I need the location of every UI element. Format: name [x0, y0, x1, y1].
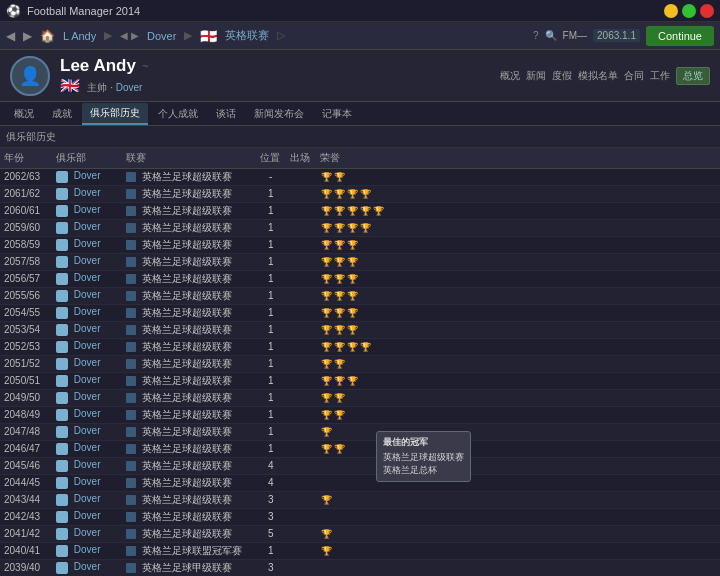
league-cell[interactable]: 英格兰足球超级联赛 [122, 508, 256, 525]
league-cell[interactable]: 英格兰足球超级联赛 [122, 219, 256, 236]
league-cell[interactable]: 英格兰足球超级联赛 [122, 423, 256, 440]
help-icon[interactable]: ? [533, 30, 539, 41]
club-name-link[interactable]: Dover [74, 425, 101, 436]
club-name-link[interactable]: Dover [74, 255, 101, 266]
club-cell[interactable]: Dover [52, 525, 122, 542]
club-name-link[interactable]: Dover [74, 374, 101, 385]
club-cell[interactable]: Dover [52, 287, 122, 304]
club-cell[interactable]: Dover [52, 185, 122, 202]
league-cell[interactable]: 英格兰足球超级联赛 [122, 287, 256, 304]
club-name-link[interactable]: Dover [74, 323, 101, 334]
back-button[interactable]: ◀ [6, 29, 15, 43]
club-cell[interactable]: Dover [52, 270, 122, 287]
league-cell[interactable]: 英格兰足球超级联赛 [122, 372, 256, 389]
league-cell[interactable]: 英格兰足球超级联赛 [122, 457, 256, 474]
league-cell[interactable]: 英格兰足球超级联赛 [122, 321, 256, 338]
club-cell[interactable]: Dover [52, 457, 122, 474]
league-cell[interactable]: 英格兰足球超级联赛 [122, 270, 256, 287]
club-cell[interactable]: Dover [52, 559, 122, 576]
job-tab-link[interactable]: 工作 [650, 69, 670, 83]
club-cell[interactable]: Dover [52, 338, 122, 355]
club-name-link[interactable]: Dover [74, 408, 101, 419]
club-cell[interactable]: Dover [52, 304, 122, 321]
close-button[interactable] [700, 4, 714, 18]
club-name-link[interactable]: Dover [74, 442, 101, 453]
continue-button[interactable]: Continue [646, 26, 714, 46]
club-cell[interactable]: Dover [52, 372, 122, 389]
club-name-link[interactable]: Dover [74, 493, 101, 504]
club-cell[interactable]: Dover [52, 423, 122, 440]
tab-press[interactable]: 新闻发布会 [246, 104, 312, 124]
club-name-link[interactable]: Dover [74, 476, 101, 487]
nav-league-label[interactable]: 英格联赛 [225, 28, 269, 43]
league-cell[interactable]: 英格兰足球超级联赛 [122, 355, 256, 372]
profile-club[interactable]: Dover [116, 82, 143, 93]
tab-notes[interactable]: 记事本 [314, 104, 360, 124]
club-name-link[interactable]: Dover [74, 561, 101, 572]
club-cell[interactable]: Dover [52, 474, 122, 491]
club-name-link[interactable]: Dover [74, 459, 101, 470]
club-name-link[interactable]: Dover [74, 204, 101, 215]
club-name-link[interactable]: Dover [74, 340, 101, 351]
overview-tab-link[interactable]: 概况 [500, 69, 520, 83]
club-name-link[interactable]: Dover [74, 306, 101, 317]
club-name-link[interactable]: Dover [74, 544, 101, 555]
league-cell[interactable]: 英格兰足球超级联赛 [122, 168, 256, 185]
nav-home-icon[interactable]: 🏠 [40, 29, 55, 43]
tab-personal[interactable]: 个人成就 [150, 104, 206, 124]
nav-club-label[interactable]: Dover [147, 30, 176, 42]
holiday-tab-link[interactable]: 度假 [552, 69, 572, 83]
league-cell[interactable]: 英格兰足球超级联赛 [122, 304, 256, 321]
club-name-link[interactable]: Dover [74, 238, 101, 249]
tab-overview[interactable]: 概况 [6, 104, 42, 124]
club-cell[interactable]: Dover [52, 321, 122, 338]
club-cell[interactable]: Dover [52, 440, 122, 457]
content-area[interactable]: 年份 俱乐部 联赛 位置 出场 荣誉 2062/63 Dover 英格兰足球超级… [0, 148, 720, 576]
league-cell[interactable]: 英格兰足球联盟冠军赛 [122, 542, 256, 559]
league-cell[interactable]: 英格兰足球超级联赛 [122, 525, 256, 542]
club-name-link[interactable]: Dover [74, 357, 101, 368]
league-cell[interactable]: 英格兰足球超级联赛 [122, 389, 256, 406]
minimize-button[interactable] [664, 4, 678, 18]
league-cell[interactable]: 英格兰足球超级联赛 [122, 474, 256, 491]
shortlist-tab-link[interactable]: 模拟名单 [578, 69, 618, 83]
club-cell[interactable]: Dover [52, 168, 122, 185]
club-name-link[interactable]: Dover [74, 289, 101, 300]
search-icon[interactable]: 🔍 [545, 30, 557, 41]
club-name-link[interactable]: Dover [74, 170, 101, 181]
club-name-link[interactable]: Dover [74, 187, 101, 198]
club-cell[interactable]: Dover [52, 202, 122, 219]
club-name-link[interactable]: Dover [74, 510, 101, 521]
contract-tab-link[interactable]: 合同 [624, 69, 644, 83]
league-cell[interactable]: 英格兰足球超级联赛 [122, 236, 256, 253]
club-cell[interactable]: Dover [52, 542, 122, 559]
club-cell[interactable]: Dover [52, 236, 122, 253]
league-cell[interactable]: 英格兰足球超级联赛 [122, 338, 256, 355]
club-name-link[interactable]: Dover [74, 272, 101, 283]
maximize-button[interactable] [682, 4, 696, 18]
tab-club-history[interactable]: 俱乐部历史 [82, 103, 148, 125]
manage-button[interactable]: 总览 [676, 67, 710, 85]
league-cell[interactable]: 英格兰足球超级联赛 [122, 202, 256, 219]
club-cell[interactable]: Dover [52, 389, 122, 406]
tab-talks[interactable]: 谈话 [208, 104, 244, 124]
club-cell[interactable]: Dover [52, 406, 122, 423]
league-cell[interactable]: 英格兰足球超级联赛 [122, 253, 256, 270]
league-cell[interactable]: 英格兰足球超级联赛 [122, 491, 256, 508]
club-name-link[interactable]: Dover [74, 527, 101, 538]
league-cell[interactable]: 英格兰足球甲级联赛 [122, 559, 256, 576]
tab-achievements[interactable]: 成就 [44, 104, 80, 124]
club-cell[interactable]: Dover [52, 219, 122, 236]
club-name-link[interactable]: Dover [74, 221, 101, 232]
forward-button[interactable]: ▶ [23, 29, 32, 43]
league-cell[interactable]: 英格兰足球超级联赛 [122, 185, 256, 202]
nav-player-label[interactable]: L Andy [63, 30, 96, 42]
club-cell[interactable]: Dover [52, 253, 122, 270]
news-tab-link[interactable]: 新闻 [526, 69, 546, 83]
club-cell[interactable]: Dover [52, 355, 122, 372]
club-name-link[interactable]: Dover [74, 391, 101, 402]
league-cell[interactable]: 英格兰足球超级联赛 [122, 440, 256, 457]
club-cell[interactable]: Dover [52, 508, 122, 525]
league-cell[interactable]: 英格兰足球超级联赛 [122, 406, 256, 423]
club-cell[interactable]: Dover [52, 491, 122, 508]
